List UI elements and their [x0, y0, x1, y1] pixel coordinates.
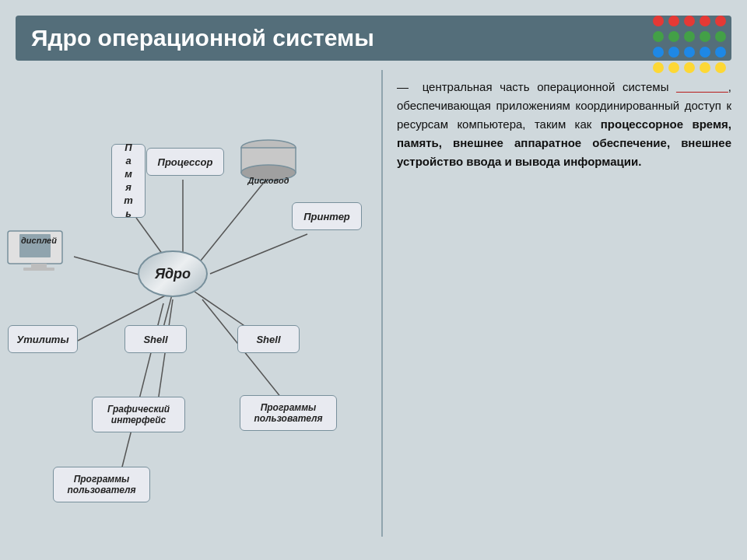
dot-19: [715, 62, 726, 73]
divider: [381, 70, 383, 537]
svg-line-4: [210, 234, 307, 274]
dot-12: [684, 47, 695, 58]
slide: Ядро операционной системы: [0, 0, 747, 560]
dot-11: [668, 47, 679, 58]
dot-3: [700, 16, 710, 26]
memory-label: Память: [123, 142, 135, 221]
gui-label: Графический интерфейс: [107, 404, 170, 425]
description-text: центральная часть операционной системы _…: [397, 80, 731, 168]
display-label: дисплей: [4, 236, 74, 245]
processor-label: Процессор: [158, 156, 213, 168]
dot-16: [668, 62, 679, 73]
diskdrive-node: Дисковод: [237, 138, 300, 185]
dot-14: [715, 47, 726, 58]
page-title: Ядро операционной системы: [31, 25, 716, 51]
highlight-blank: ________: [676, 80, 728, 93]
userprogs2-node: Программы пользователя: [53, 467, 150, 502]
shell1-label: Shell: [143, 334, 167, 345]
diagram-area: дисплей Память Процессор Дисковод Принте…: [0, 70, 381, 552]
dot-13: [700, 47, 710, 58]
bold-processor-time: процессорное время, память, внешнее аппа…: [397, 117, 731, 168]
dot-18: [700, 62, 710, 73]
dot-15: [653, 62, 664, 73]
dot-1: [668, 16, 679, 26]
yadro-label: Ядро: [155, 266, 191, 282]
dot-17: [684, 62, 695, 73]
shell2-label: Shell: [256, 334, 280, 345]
processor-node: Процессор: [146, 148, 224, 176]
display-node: дисплей: [4, 229, 74, 272]
shell2-node: Shell: [237, 325, 300, 353]
description-paragraph: — центральная часть операционной системы…: [397, 78, 731, 171]
printer-node: Принтер: [292, 202, 362, 230]
dot-7: [684, 31, 695, 42]
userprogs1-label: Программы пользователя: [254, 402, 322, 424]
utilities-label: Утилиты: [17, 334, 69, 345]
userprogs2-label: Программы пользователя: [67, 474, 135, 495]
diskdrive-label: Дисковод: [237, 176, 300, 185]
text-area: — центральная часть операционной системы…: [397, 78, 731, 537]
dot-8: [700, 31, 710, 42]
dot-6: [668, 31, 679, 42]
dot-10: [653, 47, 664, 58]
svg-rect-14: [23, 268, 54, 271]
memory-node: Память: [111, 144, 146, 218]
svg-rect-13: [31, 264, 47, 268]
dot-4: [715, 16, 726, 26]
printer-label: Принтер: [303, 211, 350, 222]
yadro-center: Ядро: [138, 250, 208, 297]
dot-5: [653, 31, 664, 42]
dot-9: [715, 31, 726, 42]
shell1-node: Shell: [124, 325, 187, 353]
dot-0: [653, 16, 664, 26]
dot-2: [684, 16, 695, 26]
title-bar: Ядро операционной системы: [16, 16, 731, 61]
utilities-node: Утилиты: [8, 325, 78, 353]
dot-grid: [653, 16, 728, 75]
dash-symbol: —: [397, 80, 409, 93]
userprogs1-node: Программы пользователя: [240, 395, 337, 431]
gui-node: Графический интерфейс: [92, 397, 185, 432]
svg-line-3: [195, 172, 272, 268]
